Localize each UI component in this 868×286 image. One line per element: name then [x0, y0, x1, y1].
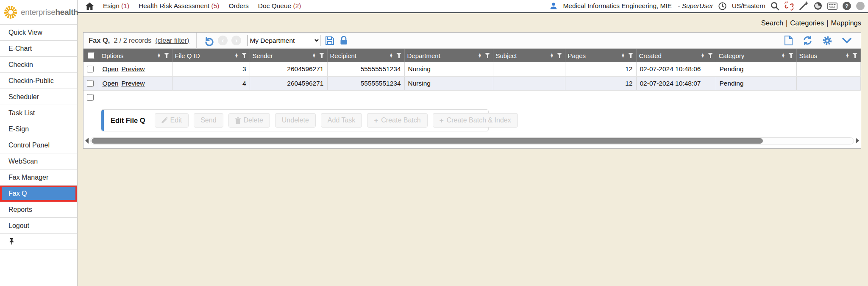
- header-category[interactable]: Category: [716, 49, 796, 62]
- sidebar-item-task-list[interactable]: Task List: [0, 105, 77, 121]
- search-link[interactable]: Search: [761, 19, 783, 27]
- search-icon[interactable]: [770, 1, 780, 11]
- header-sender[interactable]: Sender: [250, 49, 327, 62]
- sort-icon[interactable]: [701, 53, 705, 58]
- organization-name[interactable]: Medical Informatics Engineering, MIE: [563, 2, 672, 10]
- filter-icon[interactable]: [485, 53, 490, 58]
- scroll-left-arrow[interactable]: [85, 138, 89, 144]
- header-pages[interactable]: Pages: [565, 49, 636, 62]
- filter-icon[interactable]: [164, 53, 170, 58]
- header-department[interactable]: Department: [404, 49, 493, 62]
- nav-orders[interactable]: Orders: [228, 2, 248, 10]
- lock-icon[interactable]: [339, 36, 348, 45]
- globe-icon[interactable]: [813, 1, 823, 11]
- filter-icon[interactable]: [319, 53, 325, 58]
- filter-icon[interactable]: [852, 53, 858, 58]
- timezone-label[interactable]: US/Eastern: [732, 2, 765, 10]
- sort-icon[interactable]: [235, 53, 239, 58]
- row-checkbox[interactable]: [87, 94, 94, 101]
- sidebar-item-e-sign[interactable]: E-Sign: [0, 121, 77, 137]
- sidebar-item-webscan[interactable]: WebScan: [0, 153, 77, 169]
- sidebar-pin-toggle[interactable]: [0, 234, 77, 250]
- avatar[interactable]: [856, 2, 865, 10]
- undelete-button[interactable]: Undelete: [275, 113, 316, 128]
- sort-icon[interactable]: [782, 53, 785, 58]
- scroll-right-arrow[interactable]: [856, 138, 859, 144]
- edit-button[interactable]: Edit: [155, 113, 189, 128]
- sidebar-item-fax-manager[interactable]: Fax Manager: [0, 169, 77, 186]
- mappings-link[interactable]: Mappings: [831, 19, 861, 27]
- filter-icon[interactable]: [708, 53, 713, 58]
- scrollbar-track[interactable]: [90, 137, 854, 144]
- subject-cell: [493, 62, 565, 76]
- sidebar-item-quick-view[interactable]: Quick View: [0, 25, 77, 41]
- gear-icon[interactable]: [822, 36, 833, 45]
- refresh-icon[interactable]: [802, 36, 813, 45]
- clock-icon[interactable]: [718, 1, 728, 11]
- panel-title: Fax Q,: [89, 36, 110, 44]
- sidebar-item-scheduler[interactable]: Scheduler: [0, 89, 77, 105]
- open-link[interactable]: Open: [103, 65, 119, 72]
- filter-icon[interactable]: [557, 53, 562, 58]
- prev-page-button[interactable]: ‹: [218, 36, 228, 45]
- sidebar-item-logout[interactable]: Logout: [0, 218, 77, 234]
- topbar-right: Medical Informatics Engineering, MIE - S…: [548, 1, 865, 11]
- scrollbar-thumb[interactable]: [92, 138, 763, 144]
- home-icon[interactable]: [84, 1, 95, 11]
- create-batch-index-button[interactable]: +Create Batch & Index: [433, 113, 518, 128]
- sort-icon[interactable]: [389, 53, 393, 58]
- filter-icon[interactable]: [396, 53, 402, 58]
- filter-icon[interactable]: [628, 53, 634, 58]
- nav-esign[interactable]: Esign (1): [103, 2, 129, 10]
- open-link[interactable]: Open: [103, 80, 119, 87]
- preview-link[interactable]: Preview: [121, 65, 145, 72]
- sort-icon[interactable]: [550, 53, 554, 58]
- sort-icon[interactable]: [157, 53, 161, 58]
- header-subject[interactable]: Subject: [493, 49, 565, 62]
- header-file-q-id[interactable]: File Q ID: [172, 49, 250, 62]
- nav-health-risk-assessment[interactable]: Health Risk Assessment (5): [139, 2, 219, 10]
- keyboard-icon[interactable]: [827, 1, 837, 11]
- save-filter-icon[interactable]: [324, 36, 335, 45]
- plus-icon: +: [440, 117, 444, 124]
- help-icon[interactable]: ?: [842, 1, 852, 11]
- delete-button[interactable]: Delete: [228, 113, 270, 128]
- sidebar-item-e-chart[interactable]: E-Chart: [0, 41, 77, 57]
- sidebar-item-checkin-public[interactable]: Checkin-Public: [0, 73, 77, 89]
- undo-icon[interactable]: [204, 36, 214, 46]
- create-batch-button[interactable]: +Create Batch: [367, 113, 427, 128]
- chevron-down-icon[interactable]: [841, 38, 852, 44]
- filter-icon[interactable]: [788, 53, 794, 58]
- sort-icon[interactable]: [621, 53, 625, 58]
- preview-link[interactable]: Preview: [121, 80, 145, 87]
- sidebar-item-control-panel[interactable]: Control Panel: [0, 137, 77, 153]
- clear-filter-link[interactable]: (clear filter): [155, 37, 189, 44]
- sidebar-item-fax-q[interactable]: Fax Q: [0, 186, 77, 202]
- sidebar-item-checkin[interactable]: Checkin: [0, 57, 77, 73]
- row-checkbox[interactable]: [87, 66, 94, 72]
- sort-icon[interactable]: [846, 53, 849, 58]
- wand-icon[interactable]: [798, 1, 809, 11]
- row-checkbox[interactable]: [87, 80, 94, 87]
- next-page-button[interactable]: ›: [231, 36, 241, 45]
- select-all-checkbox[interactable]: [88, 52, 95, 59]
- sort-icon[interactable]: [478, 53, 482, 58]
- sender-cell: 2604596271: [250, 76, 327, 90]
- edit-file-q-panel: Edit File Q Edit Send Delete Undelete Ad…: [101, 109, 489, 131]
- svg-text:?: ?: [845, 3, 849, 9]
- new-document-icon[interactable]: [784, 36, 793, 45]
- filter-icon[interactable]: [242, 53, 247, 58]
- header-options[interactable]: Options: [99, 49, 172, 62]
- send-button[interactable]: Send: [194, 113, 223, 128]
- header-status[interactable]: Status: [796, 49, 861, 62]
- sidebar-item-reports[interactable]: Reports: [0, 202, 77, 218]
- nav-doc-queue[interactable]: Doc Queue (2): [258, 2, 301, 10]
- header-label: Pages: [568, 52, 621, 59]
- add-task-button[interactable]: Add Task: [321, 113, 362, 128]
- header-recipient[interactable]: Recipient: [327, 49, 404, 62]
- department-select[interactable]: My Department: [248, 35, 320, 46]
- sort-icon[interactable]: [312, 53, 316, 58]
- unlink-icon[interactable]: [784, 1, 794, 11]
- header-created[interactable]: Created: [636, 49, 716, 62]
- categories-link[interactable]: Categories: [790, 19, 824, 27]
